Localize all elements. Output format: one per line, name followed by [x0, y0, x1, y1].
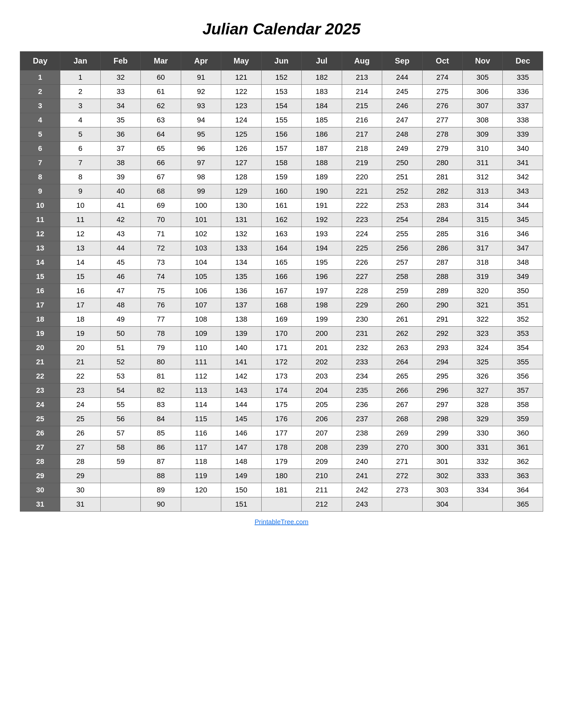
day-cell: 2: [20, 85, 60, 99]
julian-day-cell: 140: [221, 341, 261, 355]
julian-day-cell: 12: [60, 227, 100, 241]
julian-day-cell: 261: [382, 312, 422, 327]
julian-day-cell: 226: [342, 255, 382, 270]
julian-day-cell: 8: [60, 170, 100, 184]
julian-day-cell: 181: [261, 483, 302, 497]
julian-day-cell: 196: [302, 270, 342, 284]
julian-day-cell: 340: [503, 142, 543, 156]
day-cell: 14: [20, 255, 60, 270]
julian-day-cell: 325: [462, 355, 502, 369]
day-cell: 31: [20, 497, 60, 512]
column-header-feb: Feb: [100, 52, 140, 70]
julian-day-cell: 256: [382, 241, 422, 255]
julian-day-cell: 50: [100, 327, 140, 341]
julian-day-cell: [100, 497, 140, 512]
julian-day-cell: 127: [221, 156, 261, 170]
julian-day-cell: 318: [462, 255, 502, 270]
julian-day-cell: 69: [141, 199, 181, 213]
table-row: 13134472103133164194225256286317347: [20, 241, 543, 255]
julian-day-cell: 126: [221, 142, 261, 156]
footer-link[interactable]: PrintableTree.com: [255, 518, 309, 526]
table-row: 27275886117147178208239270300331361: [20, 440, 543, 455]
julian-day-cell: 121: [221, 70, 261, 85]
julian-day-cell: 162: [261, 213, 302, 227]
julian-day-cell: 198: [302, 298, 342, 312]
julian-day-cell: 10: [60, 199, 100, 213]
julian-day-cell: 128: [221, 170, 261, 184]
day-cell: 17: [20, 298, 60, 312]
julian-day-cell: 134: [221, 255, 261, 270]
julian-day-cell: 326: [462, 369, 502, 384]
julian-day-cell: 267: [382, 398, 422, 412]
julian-day-cell: 220: [342, 170, 382, 184]
julian-day-cell: 3: [60, 99, 100, 113]
julian-day-cell: 152: [261, 70, 302, 85]
julian-day-cell: 4: [60, 113, 100, 127]
table-row: 18184977108138169199230261291322352: [20, 312, 543, 327]
julian-day-cell: 94: [181, 113, 221, 127]
julian-day-cell: 103: [181, 241, 221, 255]
julian-day-cell: 321: [462, 298, 502, 312]
julian-day-cell: 363: [503, 469, 543, 483]
julian-day-cell: 138: [221, 312, 261, 327]
day-cell: 13: [20, 241, 60, 255]
julian-day-cell: 354: [503, 341, 543, 355]
julian-day-cell: 75: [141, 284, 181, 298]
julian-day-cell: 28: [60, 455, 100, 469]
day-cell: 11: [20, 213, 60, 227]
julian-day-cell: 136: [221, 284, 261, 298]
julian-day-cell: 274: [422, 70, 462, 85]
julian-day-cell: 328: [462, 398, 502, 412]
julian-day-cell: 81: [141, 369, 181, 384]
julian-day-cell: 160: [261, 184, 302, 199]
julian-day-cell: 250: [382, 156, 422, 170]
julian-day-cell: 95: [181, 127, 221, 142]
julian-day-cell: 167: [261, 284, 302, 298]
julian-day-cell: 253: [382, 199, 422, 213]
julian-day-cell: 105: [181, 270, 221, 284]
column-header-apr: Apr: [181, 52, 221, 70]
julian-day-cell: 280: [422, 156, 462, 170]
julian-day-cell: 241: [342, 469, 382, 483]
julian-day-cell: 301: [422, 455, 462, 469]
julian-day-cell: 46: [100, 270, 140, 284]
table-row: 15154674105135166196227258288319349: [20, 270, 543, 284]
julian-day-cell: 195: [302, 255, 342, 270]
julian-day-cell: 361: [503, 440, 543, 455]
julian-day-cell: 149: [221, 469, 261, 483]
day-cell: 27: [20, 440, 60, 455]
table-row: 19195078109139170200231262292323353: [20, 327, 543, 341]
julian-day-cell: 85: [141, 426, 181, 440]
julian-day-cell: 98: [181, 170, 221, 184]
julian-day-cell: 358: [503, 398, 543, 412]
column-header-may: May: [221, 52, 261, 70]
julian-day-cell: 78: [141, 327, 181, 341]
julian-day-cell: 229: [342, 298, 382, 312]
table-row: 10104169100130161191222253283314344: [20, 199, 543, 213]
julian-day-cell: 310: [462, 142, 502, 156]
julian-day-cell: 115: [181, 412, 221, 426]
julian-day-cell: 27: [60, 440, 100, 455]
julian-day-cell: 316: [462, 227, 502, 241]
julian-day-cell: 235: [342, 384, 382, 398]
julian-day-cell: 137: [221, 298, 261, 312]
julian-day-cell: 311: [462, 156, 502, 170]
julian-day-cell: 177: [261, 426, 302, 440]
column-header-day: Day: [20, 52, 60, 70]
julian-day-cell: 183: [302, 85, 342, 99]
day-cell: 24: [20, 398, 60, 412]
julian-day-cell: 322: [462, 312, 502, 327]
julian-day-cell: 219: [342, 156, 382, 170]
column-header-sep: Sep: [382, 52, 422, 70]
julian-day-cell: 97: [181, 156, 221, 170]
julian-day-cell: 168: [261, 298, 302, 312]
julian-day-cell: 307: [462, 99, 502, 113]
julian-day-cell: 213: [342, 70, 382, 85]
julian-day-cell: 227: [342, 270, 382, 284]
day-cell: 8: [20, 170, 60, 184]
julian-day-cell: 210: [302, 469, 342, 483]
julian-day-cell: 163: [261, 227, 302, 241]
julian-day-cell: [382, 497, 422, 512]
julian-day-cell: 62: [141, 99, 181, 113]
julian-day-cell: 308: [462, 113, 502, 127]
